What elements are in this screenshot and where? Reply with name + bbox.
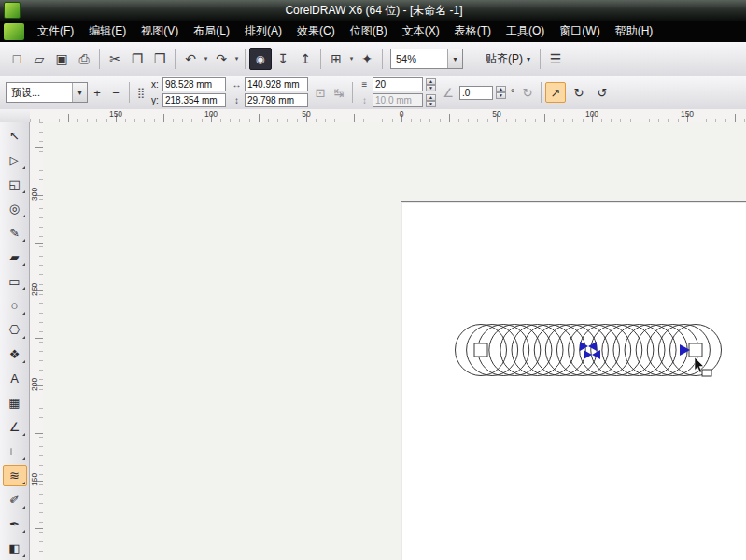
coreldraw-app-icon[interactable] <box>4 2 21 19</box>
menu-item-layout[interactable]: 布局(L) <box>186 21 237 42</box>
pick-tool[interactable]: ↖ <box>3 125 27 147</box>
vruler-label: 250 <box>30 283 39 296</box>
options-button[interactable]: ☰ <box>544 48 567 70</box>
outline-pen-tool[interactable]: ✒ <box>3 513 27 535</box>
snap-to-label: 贴齐(P) <box>486 51 523 67</box>
menu-item-effects[interactable]: 效果(C) <box>289 21 343 42</box>
application-launcher-button-caret[interactable]: ▾ <box>347 48 356 70</box>
hruler-label: 150 <box>109 109 122 119</box>
search-content-button[interactable]: ◉ <box>249 48 272 70</box>
preset-dropdown[interactable]: 预设... ▾ <box>6 82 88 103</box>
horizontal-ruler[interactable]: 15010050050100150 <box>30 109 746 123</box>
object-position-group: x: y: <box>151 77 226 107</box>
straight-line-connector-tool[interactable]: ∟ <box>3 441 27 462</box>
blend-angle-field[interactable] <box>459 86 493 100</box>
direct-blend-button[interactable]: ↗ <box>545 82 566 103</box>
snap-to-dropdown[interactable]: 贴齐(P) ▾ <box>480 49 536 70</box>
blend-tool[interactable]: ≋ <box>3 465 27 486</box>
mirror-buttons[interactable]: ↹ <box>330 83 348 102</box>
spinner-down-button[interactable]: ▼ <box>426 85 436 91</box>
rectangle-tool[interactable]: ▭ <box>3 271 27 292</box>
text-tool[interactable]: A <box>3 368 27 389</box>
menu-item-bitmaps[interactable]: 位图(B) <box>343 21 395 42</box>
export-button[interactable]: ↥ <box>294 48 317 70</box>
object-size-group: ↔ ↕ <box>232 77 308 107</box>
menu-item-help[interactable]: 帮助(H) <box>608 21 661 42</box>
toolbar-separator <box>175 49 176 69</box>
blend-acceleration-handle[interactable] <box>588 342 597 351</box>
blend-steps-field[interactable] <box>373 77 423 91</box>
blend-steps-icon: ≡ <box>359 79 370 90</box>
blend-circle <box>500 325 552 376</box>
remove-preset-button[interactable]: − <box>106 83 125 102</box>
shape-tool[interactable]: ▷ <box>3 149 27 171</box>
spinner-up-button[interactable]: ▲ <box>426 94 436 101</box>
fill-tool[interactable]: ◧ <box>3 538 27 559</box>
save-button[interactable]: ▣ <box>50 48 73 70</box>
property-bar: 预设... ▾ + − ⣿ x: y: ↔ ↕ ⊡ ↹ ≡ ▲▼ <box>0 76 746 110</box>
coreldraw-logo-icon <box>4 23 24 40</box>
menu-item-arrange[interactable]: 排列(A) <box>237 21 289 42</box>
application-launcher-button[interactable]: ⊞ <box>325 48 347 70</box>
redo-button[interactable]: ↷ <box>210 48 232 70</box>
print-button[interactable]: ⎙ <box>73 48 95 70</box>
spinner-up-button[interactable]: ▲ <box>426 78 436 85</box>
table-tool[interactable]: ▦ <box>3 392 27 413</box>
zoom-tool[interactable]: ◎ <box>3 198 27 219</box>
loop-blend-button[interactable]: ↻ <box>518 83 537 102</box>
import-button[interactable]: ↧ <box>272 48 294 70</box>
new-document-button[interactable]: □ <box>6 48 28 70</box>
welcome-screen-button[interactable]: ✦ <box>356 48 378 70</box>
x-position-field[interactable] <box>162 77 226 91</box>
open-button[interactable]: ▱ <box>28 48 50 70</box>
ellipse-tool[interactable]: ○ <box>3 295 27 316</box>
polygon-tool[interactable]: ⎔ <box>3 319 27 341</box>
spinner-up-button[interactable]: ▲ <box>496 86 506 92</box>
blend-spacing-spinner: ▲▼ <box>426 94 436 107</box>
copy-button[interactable]: ❐ <box>126 48 148 70</box>
vertical-ruler[interactable]: 300250200150 <box>30 122 44 560</box>
counterclockwise-blend-button[interactable]: ↺ <box>592 82 612 103</box>
hruler-label: 100 <box>585 109 598 119</box>
add-preset-button[interactable]: + <box>88 83 106 102</box>
blend-acceleration-handle[interactable] <box>580 342 588 351</box>
blend-circle <box>580 325 631 376</box>
basic-shapes-tool[interactable]: ❖ <box>3 343 27 365</box>
menu-item-window[interactable]: 窗口(W) <box>552 21 607 42</box>
zoom-level-dropdown[interactable]: 54% ▾ <box>390 49 463 69</box>
undo-button[interactable]: ↶ <box>179 48 202 70</box>
redo-button-caret[interactable]: ▾ <box>232 48 241 70</box>
menu-item-file[interactable]: 文件(F) <box>30 21 81 42</box>
menu-item-text[interactable]: 文本(X) <box>395 21 447 42</box>
clockwise-blend-button[interactable]: ↻ <box>569 82 589 103</box>
spinner-down-button[interactable]: ▼ <box>426 101 436 107</box>
paste-button[interactable]: ❒ <box>148 48 171 70</box>
toolbox: ↖▷◱◎✎▰▭○⎔❖A▦∠∟≋✐✒◧ <box>0 122 30 560</box>
blend-start-handle[interactable] <box>474 343 487 357</box>
cut-button[interactable]: ✂ <box>104 48 126 70</box>
drawing-canvas[interactable] <box>43 122 746 560</box>
undo-button-caret[interactable]: ▾ <box>202 48 210 70</box>
y-position-field[interactable] <box>162 93 226 107</box>
preset-value: 预设... <box>7 86 72 100</box>
blend-end-arrow[interactable] <box>680 344 690 356</box>
width-field[interactable] <box>245 77 308 91</box>
lock-ratio-button[interactable]: ⊡ <box>311 83 330 102</box>
menu-item-view[interactable]: 视图(V) <box>134 21 186 42</box>
freehand-tool[interactable]: ✎ <box>3 222 27 244</box>
menu-item-edit[interactable]: 编辑(E) <box>81 21 134 42</box>
blend-end-handle[interactable] <box>689 343 702 357</box>
spinner-down-button[interactable]: ▼ <box>496 92 506 99</box>
menu-item-tools[interactable]: 工具(O) <box>499 21 552 42</box>
color-eyedropper-tool[interactable]: ✐ <box>3 489 27 511</box>
menu-item-table[interactable]: 表格(T) <box>447 21 499 42</box>
crop-tool[interactable]: ◱ <box>3 174 27 195</box>
parallel-dimension-tool[interactable]: ∠ <box>3 416 27 438</box>
blend-direction-icon[interactable]: ∠ <box>439 83 457 102</box>
mouse-cursor <box>695 357 711 376</box>
chevron-down-icon[interactable]: ▾ <box>447 49 462 68</box>
chevron-down-icon[interactable]: ▾ <box>72 83 87 102</box>
smart-fill-tool[interactable]: ▰ <box>3 246 27 268</box>
drawing-layer[interactable] <box>43 122 746 560</box>
height-field[interactable] <box>245 93 308 107</box>
